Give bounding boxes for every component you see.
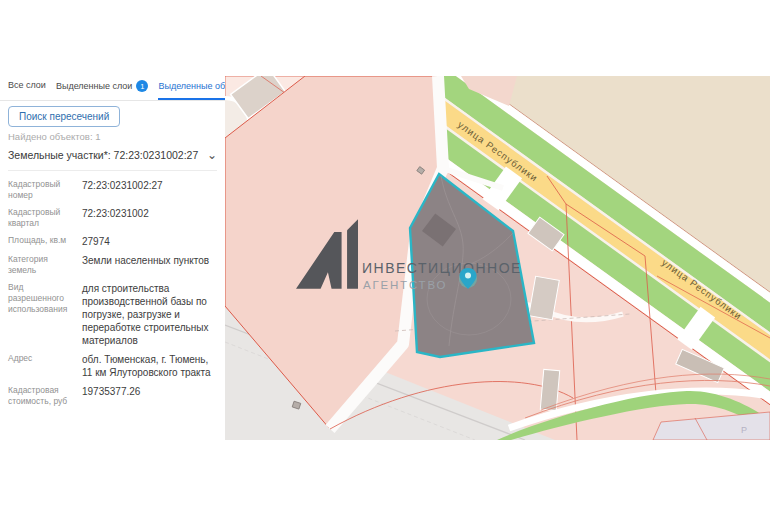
detail-row-address: Адрес обл. Тюменская, г. Тюмень, 11 км Я… [8,353,217,379]
detail-label: Кадастровый квартал [8,207,82,229]
tab-selected-layers-label: Выделенные слои [56,81,133,91]
info-sidebar: Все слои Выделенные слои 1 Выделенные об… [0,0,225,510]
detail-row-permitted-use: Вид разрешенного использования для строи… [8,282,217,347]
detail-label: Вид разрешенного использования [8,282,82,347]
divider [8,170,217,171]
detail-row-land-category: Категория земель Земли населенных пункто… [8,254,217,276]
detail-label: Кадастровая стоимость, руб [8,385,82,407]
object-group-title: Земельные участки*: 72:23:0231002:27 [8,149,198,161]
detail-value: 72:23:0231002 [82,207,217,229]
detail-label: Кадастровый номер [8,179,82,201]
detail-label: Площадь, кв.м [8,235,82,248]
watermark-line2: АГЕНТСТВО [363,279,447,291]
detail-value: 19735377.26 [82,385,217,407]
detail-value: 72:23:0231002:27 [82,179,217,201]
cadastral-map-app: Все слои Выделенные слои 1 Выделенные об… [0,0,770,510]
detail-row-cadastral-number: Кадастровый номер 72:23:0231002:27 [8,179,217,201]
detail-value: 27974 [82,235,217,248]
results-count: Найдено объектов: 1 [8,131,100,142]
selected-layers-count-badge: 1 [136,80,148,92]
tab-all-layers[interactable]: Все слои [8,80,46,98]
detail-value: для строительства производственной базы … [82,282,217,347]
object-group-header[interactable]: Земельные участки*: 72:23:0231002:27 ⌄ [8,149,217,161]
watermark-line1: ИНВЕСТИЦИОННОЕ [362,260,522,276]
detail-row-cadastral-value: Кадастровая стоимость, руб 19735377.26 [8,385,217,407]
detail-value: обл. Тюменская, г. Тюмень, 11 км Ялуторо… [82,353,217,379]
map-canvas[interactable]: Р улица Республики улица Республики [225,76,770,440]
map-container: Р улица Республики улица Республики [225,76,770,440]
search-intersections-button[interactable]: Поиск пересечений [8,106,120,127]
detail-value: Земли населенных пунктов [82,254,217,276]
chevron-down-icon: ⌄ [207,151,217,159]
detail-label: Адрес [8,353,82,379]
detail-row-area: Площадь, кв.м 27974 [8,235,217,248]
tab-selected-layers[interactable]: Выделенные слои 1 [56,80,149,100]
parcel-details: Кадастровый номер 72:23:0231002:27 Кадас… [8,179,217,413]
detail-row-cadastral-quarter: Кадастровый квартал 72:23:0231002 [8,207,217,229]
layer-tabs: Все слои Выделенные слои 1 Выделенные об… [0,80,225,101]
parking-label: Р [741,425,747,435]
detail-label: Категория земель [8,254,82,276]
